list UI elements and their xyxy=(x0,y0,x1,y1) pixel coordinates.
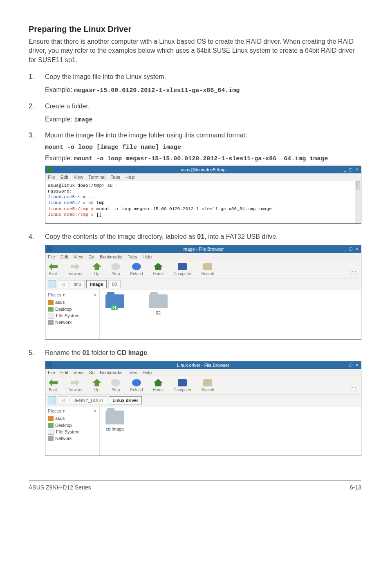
section-intro: Ensure that there is another computer wi… xyxy=(29,37,361,65)
step-5-bold2: CD Image xyxy=(117,349,147,356)
forward-icon xyxy=(71,379,80,386)
close-sidebar-icon[interactable]: ✕ xyxy=(93,408,97,414)
place-asus[interactable]: asus xyxy=(48,415,97,421)
places-header[interactable]: Places ▾ xyxy=(48,292,65,298)
up-button[interactable]: Up xyxy=(92,263,101,276)
edit-path-icon[interactable] xyxy=(48,280,56,288)
close-sidebar-icon[interactable]: ✕ xyxy=(93,292,97,298)
place-desktop[interactable]: Desktop xyxy=(48,422,97,428)
fb1-title: image - File Browser xyxy=(183,247,224,251)
forward-label: Forward xyxy=(67,272,83,276)
fb2-menubar[interactable]: File Edit View Go Bookmarks Tabs Help xyxy=(45,369,361,376)
menu-bookmarks[interactable]: Bookmarks xyxy=(100,370,122,375)
back-button[interactable]: Back xyxy=(49,263,58,276)
computer-button[interactable]: Computer xyxy=(173,379,191,393)
step-5-bold1: 01 xyxy=(83,349,90,356)
menu-bookmarks[interactable]: Bookmarks xyxy=(100,254,122,259)
step-5-text-b: folder to xyxy=(90,349,117,356)
path-crumb-image[interactable]: image xyxy=(86,280,107,288)
menu-file[interactable]: File xyxy=(48,175,55,180)
menu-help[interactable]: Help xyxy=(143,370,152,375)
window-buttons[interactable]: _ ▢ ✕ xyxy=(344,167,359,172)
filesystem-icon xyxy=(48,313,54,319)
menu-help[interactable]: Help xyxy=(126,175,135,180)
fb1-content[interactable]: 01 02 xyxy=(100,290,361,339)
menu-view[interactable]: View xyxy=(74,254,83,259)
place-desktop[interactable]: Desktop xyxy=(48,306,97,312)
stop-icon xyxy=(111,263,120,270)
forward-button[interactable]: Forward xyxy=(67,263,83,276)
reload-button[interactable]: Reload xyxy=(130,379,143,393)
menu-terminal[interactable]: Terminal xyxy=(88,175,105,180)
footer-left: ASUS Z9NH-D12 Series xyxy=(29,484,91,491)
place-filesystem[interactable]: File System xyxy=(48,429,97,435)
window-buttons[interactable]: _ ▢ ✕ xyxy=(344,246,359,251)
search-button[interactable]: Search xyxy=(201,263,214,276)
back-button[interactable]: Back xyxy=(49,379,58,393)
path-crumb-back[interactable]: ◁ xyxy=(58,280,68,288)
menu-tabs[interactable]: Tabs xyxy=(128,254,137,259)
search-label: Search xyxy=(201,272,214,276)
place-network[interactable]: Network xyxy=(48,319,97,325)
terminal-body[interactable]: asus@linux-doe5:/tmp> su - Password: lin… xyxy=(45,181,361,224)
fb2-title: Linux driver - File Browser xyxy=(177,363,229,368)
step-2: Create a folder. Example: image xyxy=(29,101,361,125)
path-crumb-02[interactable]: 02 xyxy=(108,280,121,288)
fb2-toolbar: Back Forward Up Stop Reload Home Compute… xyxy=(45,377,361,395)
places-header[interactable]: Places ▾ xyxy=(48,408,65,414)
reload-icon xyxy=(132,379,141,386)
menu-go[interactable]: Go xyxy=(89,254,95,259)
fb1-menubar[interactable]: File Edit View Go Bookmarks Tabs Help xyxy=(45,253,361,260)
term-line-5b: mount -o loop megasr-15.00.0120.2012-1-s… xyxy=(94,206,272,211)
home-button[interactable]: Home xyxy=(153,379,164,393)
throbber-icon: ∵∴ xyxy=(350,385,358,393)
menu-tabs[interactable]: Tabs xyxy=(111,175,120,180)
menu-help[interactable]: Help xyxy=(143,254,152,259)
window-buttons[interactable]: _ ▢ ✕ xyxy=(344,362,359,368)
folder-cd-image[interactable]: cd image xyxy=(105,411,124,432)
stop-button[interactable]: Stop xyxy=(111,379,120,393)
forward-button[interactable]: Forward xyxy=(67,379,83,393)
path-crumb-jenny[interactable]: JENNY_BOOT xyxy=(70,396,107,404)
menu-edit[interactable]: Edit xyxy=(61,175,68,180)
stop-button[interactable]: Stop xyxy=(111,263,120,276)
path-crumb-back[interactable]: ◁ xyxy=(58,396,68,404)
file-browser-1: image - File Browser _ ▢ ✕ File Edit Vie… xyxy=(45,245,361,340)
menu-go[interactable]: Go xyxy=(89,370,95,375)
computer-button[interactable]: Computer xyxy=(173,263,191,276)
forward-label: Forward xyxy=(67,388,83,392)
step-3-code2: mount -o loop megasr-15-15.00.0120.2012-… xyxy=(74,155,328,162)
edit-path-icon[interactable] xyxy=(48,396,56,404)
menu-file[interactable]: File xyxy=(48,254,55,259)
menu-edit[interactable]: Edit xyxy=(61,254,68,259)
home-button[interactable]: Home xyxy=(153,263,164,276)
terminal-scrollbar[interactable] xyxy=(355,181,361,224)
place-filesystem[interactable]: File System xyxy=(48,313,97,319)
home-icon xyxy=(154,263,163,270)
folder-01[interactable]: 01 xyxy=(105,294,124,316)
computer-label: Computer xyxy=(173,272,191,276)
fb1-sidebar: Places ▾✕ asus Desktop File System Netwo… xyxy=(45,290,100,339)
path-crumb-linuxdriver[interactable]: Linux driver xyxy=(109,396,142,404)
menu-view[interactable]: View xyxy=(74,370,83,375)
place-asus[interactable]: asus xyxy=(48,299,97,305)
step-1: Copy the image file into the Linux syste… xyxy=(29,72,361,96)
search-button[interactable]: Search xyxy=(201,379,214,393)
up-button[interactable]: Up xyxy=(92,379,101,393)
menu-file[interactable]: File xyxy=(48,370,55,375)
term-line-1: asus@linux-doe5:/tmp> su - xyxy=(48,183,118,188)
menu-view[interactable]: View xyxy=(74,175,83,180)
terminal-icon xyxy=(47,167,52,172)
fb2-content[interactable]: cd image xyxy=(100,406,361,456)
place-network[interactable]: Network xyxy=(48,435,97,441)
menu-edit[interactable]: Edit xyxy=(61,370,68,375)
reload-label: Reload xyxy=(130,272,143,276)
menu-tabs[interactable]: Tabs xyxy=(128,370,137,375)
reload-button[interactable]: Reload xyxy=(130,263,143,276)
folder-02[interactable]: 02 xyxy=(149,294,168,316)
place-net-label: Network xyxy=(55,319,72,325)
place-asus-label: asus xyxy=(55,299,65,305)
terminal-menubar[interactable]: File Edit View Terminal Tabs Help xyxy=(45,173,361,181)
term-line-3b: .. xyxy=(85,195,94,200)
path-crumb-tmp[interactable]: tmp xyxy=(70,280,85,288)
